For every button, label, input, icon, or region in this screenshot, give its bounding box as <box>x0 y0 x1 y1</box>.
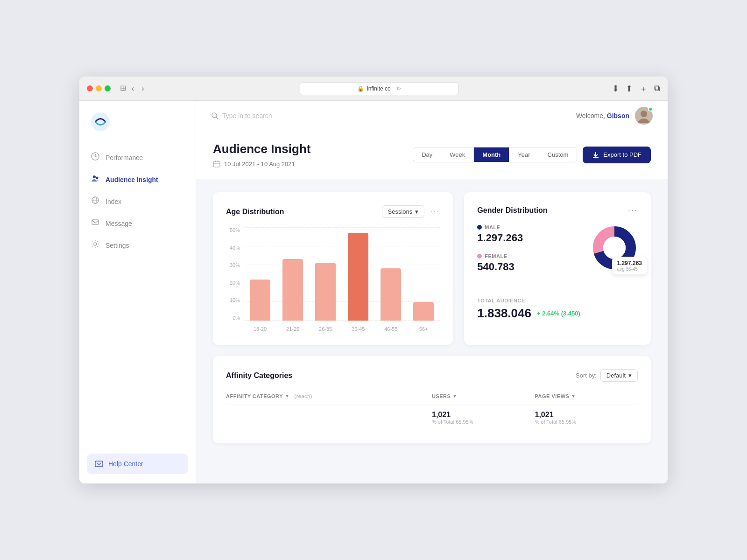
bar-46-55 <box>378 268 403 321</box>
audience-insight-label: Audience Insight <box>106 176 158 183</box>
sidebar-item-audience-insight[interactable]: Audience Insight <box>79 168 196 190</box>
donut-center <box>603 237 626 259</box>
age-distribution-card: Age Distribution Sessions ▾ ··· <box>213 192 453 345</box>
bar-26-35-rect <box>315 263 336 321</box>
sidebar: Performance Audience Insight Index <box>79 101 196 483</box>
content-header: Audience Insight 10 Jul 2021 - 10 Aug 20… <box>196 131 668 179</box>
date-range-text: 10 Jul 2021 - 10 Aug 2021 <box>224 161 295 168</box>
col-affinity-header[interactable]: AFFINITY CATEGORY ▾ (reach) <box>226 393 432 399</box>
users-value: 1,021 <box>432 411 535 419</box>
sidebar-nav: Performance Audience Insight Index <box>79 143 196 446</box>
x-label-46-55: 46-55 <box>378 326 403 332</box>
svg-rect-14 <box>213 161 220 167</box>
settings-icon <box>91 240 100 251</box>
female-dot <box>477 254 482 259</box>
sidebar-item-index[interactable]: Index <box>79 190 196 212</box>
app-header: Type in to search Welcome, Gibson <box>196 101 668 131</box>
content-header-right: Day Week Month Year Custom Export to PDF <box>413 147 651 163</box>
sidebar-toggle-icon[interactable]: ⊞ <box>120 84 126 94</box>
minimize-button[interactable] <box>96 85 102 91</box>
col-pageviews-arrow: ▾ <box>572 393 575 399</box>
bar-36-45 <box>345 233 371 321</box>
online-indicator <box>648 107 653 112</box>
bar-21-25 <box>280 259 305 321</box>
svg-rect-9 <box>95 461 103 467</box>
bar-18-20-rect <box>250 280 270 321</box>
total-audience: TOTAL AUDIENCE 1.838.046 + 2.64% (3.450) <box>477 290 638 321</box>
age-card-title: Age Distribution <box>226 208 284 216</box>
header-right: Welcome, Gibson <box>576 107 653 125</box>
bars-group <box>244 227 440 321</box>
male-value: 1.297.263 <box>477 232 584 244</box>
y-label-40: 40% <box>230 245 240 251</box>
maximize-button[interactable] <box>105 85 111 91</box>
reload-icon[interactable]: ↻ <box>396 85 401 92</box>
bar-18-20 <box>247 280 273 321</box>
x-label-21-25: 21-25 <box>280 326 305 332</box>
back-button[interactable]: ‹ <box>130 84 136 94</box>
help-icon <box>94 459 104 469</box>
download-icon <box>592 151 599 159</box>
content-header-left: Audience Insight 10 Jul 2021 - 10 Aug 20… <box>213 142 310 168</box>
affinity-table-row: 1,021 % of Total 65.95% 1,021 % of Total… <box>226 405 638 430</box>
calendar-icon <box>213 160 220 168</box>
affinity-table-header: AFFINITY CATEGORY ▾ (reach) USERS ▾ PAGE… <box>226 393 638 405</box>
x-label-56plus: 56+ <box>411 326 436 332</box>
gender-distribution-card: Gender Distribution ··· MALE 1 <box>464 192 651 345</box>
female-stat: FEMALE 540.783 <box>477 253 584 273</box>
bar-chart: 50% 40% 30% 20% 10% 0% <box>226 227 440 332</box>
period-day[interactable]: Day <box>413 147 441 162</box>
col-affinity-arrow: ▾ <box>286 393 289 399</box>
donut-tooltip: 1.297.263 avg 36-45 <box>612 257 647 275</box>
col-pageviews-header[interactable]: PAGE VIEWS ▾ <box>535 393 638 399</box>
gender-left: MALE 1.297.263 FEMALE 540.783 <box>477 224 584 282</box>
forward-button[interactable]: › <box>140 84 146 94</box>
close-button[interactable] <box>87 85 93 91</box>
search-box[interactable]: Type in to search <box>211 112 272 119</box>
tabs-icon[interactable]: ⧉ <box>654 84 660 93</box>
cards-row: Age Distribution Sessions ▾ ··· <box>213 192 651 345</box>
sort-dropdown[interactable]: Default ▾ <box>600 369 638 382</box>
affinity-categories-card: Affinity Categories Sort by: Default ▾ A… <box>213 356 651 443</box>
age-more-button[interactable]: ··· <box>430 207 440 217</box>
period-year[interactable]: Year <box>509 147 539 162</box>
share-icon[interactable]: ⬆ <box>626 84 633 94</box>
sessions-label: Sessions <box>388 208 413 215</box>
performance-icon <box>91 152 100 163</box>
url-input[interactable]: 🔒 infinite.co ↻ <box>300 82 458 95</box>
period-month[interactable]: Month <box>474 147 509 162</box>
sidebar-item-message[interactable]: Message <box>79 212 196 234</box>
affinity-title: Affinity Categories <box>226 371 292 380</box>
chart-area: 18-20 21-25 26-35 36-45 46-55 56+ <box>244 227 440 332</box>
total-change: + 2.64% (3.450) <box>537 310 580 317</box>
sort-by: Sort by: Default ▾ <box>576 369 638 382</box>
col-users-arrow: ▾ <box>453 393 457 399</box>
gender-more-button[interactable]: ··· <box>628 205 638 215</box>
users-subtext: % of Total 65.95% <box>432 419 535 425</box>
bar-21-25-rect <box>282 259 303 321</box>
help-center-button[interactable]: Help Center <box>87 454 188 474</box>
col-users-header[interactable]: USERS ▾ <box>432 393 535 399</box>
new-tab-icon[interactable]: ＋ <box>639 83 648 94</box>
svg-point-13 <box>641 111 647 117</box>
svg-point-0 <box>91 112 110 131</box>
gender-card-header: Gender Distribution ··· <box>477 205 638 215</box>
period-week[interactable]: Week <box>441 147 474 162</box>
bar-26-35 <box>313 263 338 321</box>
bar-46-55-rect <box>381 268 401 321</box>
export-button[interactable]: Export to PDF <box>583 147 651 163</box>
export-label: Export to PDF <box>603 151 641 158</box>
index-label: Index <box>106 198 121 205</box>
app-layout: Performance Audience Insight Index <box>79 101 668 483</box>
browser-controls: ⊞ ‹ › <box>120 84 146 94</box>
browser-actions: ⬇ ⬆ ＋ ⧉ <box>612 83 660 94</box>
period-selector: Day Week Month Year Custom <box>413 147 577 162</box>
period-custom[interactable]: Custom <box>539 147 577 162</box>
sessions-dropdown[interactable]: Sessions ▾ <box>382 205 425 218</box>
bar-56plus <box>411 302 436 321</box>
sidebar-item-performance[interactable]: Performance <box>79 147 196 168</box>
download-icon[interactable]: ⬇ <box>612 84 619 94</box>
user-name: Gibson <box>607 112 629 119</box>
affinity-header: Affinity Categories Sort by: Default ▾ <box>226 369 638 382</box>
sidebar-item-settings[interactable]: Settings <box>79 234 196 256</box>
